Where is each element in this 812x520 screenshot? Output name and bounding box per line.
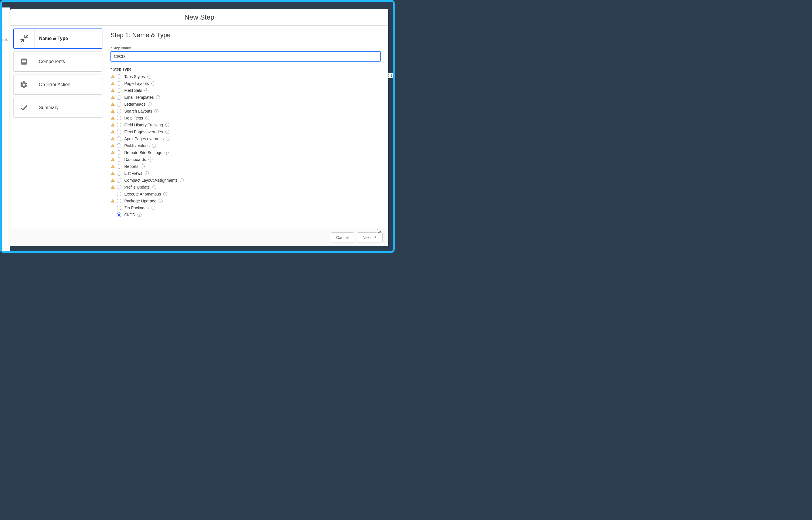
info-icon[interactable]: i bbox=[145, 171, 149, 175]
radio-label: Help Texts bbox=[124, 116, 143, 120]
radio-button[interactable] bbox=[117, 164, 121, 169]
radio-button[interactable] bbox=[117, 171, 121, 176]
radio-button[interactable] bbox=[117, 150, 121, 155]
svg-rect-9 bbox=[112, 91, 113, 91]
radio-button[interactable] bbox=[117, 123, 121, 127]
warning-icon bbox=[110, 116, 115, 120]
svg-rect-11 bbox=[112, 98, 113, 98]
svg-rect-36 bbox=[112, 186, 113, 187]
step-type-option[interactable]: Remote Site Settingsi bbox=[110, 149, 381, 156]
info-icon[interactable]: i bbox=[155, 109, 159, 113]
list-icon bbox=[13, 52, 34, 71]
radio-button[interactable] bbox=[117, 212, 121, 217]
radio-label: Package Upgrade bbox=[124, 199, 157, 203]
sidebar-step-on-error-action[interactable]: On Error Action bbox=[13, 75, 103, 95]
info-icon[interactable]: i bbox=[147, 75, 151, 79]
new-step-modal: New Step Name & Type bbox=[10, 9, 388, 246]
radio-button[interactable] bbox=[117, 199, 121, 203]
info-icon[interactable]: i bbox=[163, 192, 167, 196]
cancel-button[interactable]: Cancel bbox=[331, 232, 354, 242]
info-icon[interactable]: i bbox=[145, 116, 149, 120]
warning-icon bbox=[110, 74, 115, 79]
step-type-option[interactable]: CI/CDi bbox=[110, 211, 381, 218]
radio-button[interactable] bbox=[117, 88, 121, 93]
svg-rect-32 bbox=[112, 173, 113, 174]
step-type-option[interactable]: List Viewsi bbox=[110, 170, 381, 177]
info-icon[interactable]: i bbox=[159, 199, 163, 203]
radio-button[interactable] bbox=[117, 185, 121, 189]
step-type-option[interactable]: Execute Anonymousi bbox=[110, 190, 381, 198]
required-star: * bbox=[110, 67, 112, 71]
radio-button[interactable] bbox=[117, 102, 121, 107]
step-type-option[interactable]: Field History Trackingi bbox=[110, 122, 381, 128]
svg-rect-2 bbox=[22, 61, 26, 62]
warning-icon bbox=[110, 130, 115, 134]
radio-label: Remote Site Settings bbox=[124, 150, 162, 155]
info-icon[interactable]: i bbox=[148, 157, 152, 161]
sidebar-step-summary[interactable]: Summary bbox=[13, 98, 103, 118]
radio-label: Reports bbox=[124, 164, 138, 169]
step-type-option[interactable]: Letterheadsi bbox=[110, 101, 381, 108]
svg-rect-15 bbox=[112, 112, 113, 112]
radio-button[interactable] bbox=[117, 130, 121, 134]
radio-button[interactable] bbox=[117, 144, 121, 148]
svg-rect-20 bbox=[112, 131, 113, 132]
radio-button[interactable] bbox=[117, 74, 121, 79]
step-type-option[interactable]: Dashboardsi bbox=[110, 156, 381, 163]
step-type-option[interactable]: Page Layoutsi bbox=[110, 80, 381, 87]
info-icon[interactable]: i bbox=[156, 95, 160, 99]
radio-button[interactable] bbox=[117, 157, 121, 162]
radio-button[interactable] bbox=[117, 192, 121, 197]
radio-label: Apex Pages overrides bbox=[124, 136, 164, 141]
next-button[interactable]: Next bbox=[357, 232, 383, 242]
info-icon[interactable]: i bbox=[151, 81, 155, 85]
warning-icon bbox=[110, 164, 115, 169]
info-icon[interactable]: i bbox=[151, 206, 155, 210]
svg-rect-24 bbox=[112, 145, 113, 146]
step-type-option[interactable]: Tabs Stylesi bbox=[110, 73, 381, 80]
step-type-option[interactable]: Field Setsi bbox=[110, 87, 381, 94]
step-type-option[interactable]: Package Upgradei bbox=[110, 198, 381, 204]
radio-button[interactable] bbox=[117, 109, 121, 113]
step-type-option[interactable]: Picklist valuesi bbox=[110, 142, 381, 149]
info-icon[interactable]: i bbox=[144, 88, 148, 93]
info-icon[interactable]: i bbox=[165, 151, 169, 155]
info-icon[interactable]: i bbox=[165, 130, 169, 134]
info-icon[interactable]: i bbox=[141, 164, 145, 168]
sidebar-step-name-and-type[interactable]: Name & Type bbox=[13, 28, 103, 49]
radio-button[interactable] bbox=[117, 178, 121, 183]
step-type-option[interactable]: Email Templatesi bbox=[110, 94, 381, 101]
step-type-option[interactable]: Compact Layout Assignmentsi bbox=[110, 177, 381, 184]
info-icon[interactable]: i bbox=[152, 144, 156, 148]
step-name-input[interactable] bbox=[110, 51, 381, 61]
radio-label: CI/CD bbox=[124, 212, 135, 217]
svg-rect-19 bbox=[112, 126, 113, 126]
svg-rect-29 bbox=[112, 160, 113, 160]
required-star: * bbox=[110, 46, 112, 50]
radio-button[interactable] bbox=[117, 116, 121, 120]
step-type-option[interactable]: Reportsi bbox=[110, 163, 381, 170]
info-icon[interactable]: i bbox=[138, 213, 141, 217]
radio-button[interactable] bbox=[117, 206, 121, 210]
radio-label: Letterheads bbox=[124, 102, 145, 107]
info-icon[interactable]: i bbox=[152, 185, 156, 189]
info-icon[interactable]: i bbox=[148, 102, 152, 106]
step-type-option[interactable]: Search Layoutsi bbox=[110, 108, 381, 114]
info-icon[interactable]: i bbox=[166, 137, 170, 141]
svg-rect-38 bbox=[112, 200, 113, 201]
step-type-option[interactable]: Flexi Pages overridesi bbox=[110, 128, 381, 135]
sidebar-step-label: Components bbox=[34, 59, 65, 64]
step-type-label: *Step Type bbox=[110, 67, 381, 71]
svg-rect-3 bbox=[22, 63, 26, 63]
radio-button[interactable] bbox=[117, 81, 121, 86]
step-type-option[interactable]: Help Textsi bbox=[110, 114, 381, 122]
radio-button[interactable] bbox=[117, 95, 121, 100]
step-type-option[interactable]: Apex Pages overridesi bbox=[110, 135, 381, 142]
info-icon[interactable]: i bbox=[180, 178, 184, 182]
step-type-option[interactable]: Zip Packagesi bbox=[110, 204, 381, 211]
sidebar-step-components[interactable]: Components bbox=[13, 52, 103, 72]
step-type-option[interactable]: Profile Updatei bbox=[110, 184, 381, 190]
radio-button[interactable] bbox=[117, 136, 121, 141]
info-icon[interactable]: i bbox=[165, 123, 169, 127]
wizard-sidebar: Name & Type Components bbox=[10, 26, 105, 229]
